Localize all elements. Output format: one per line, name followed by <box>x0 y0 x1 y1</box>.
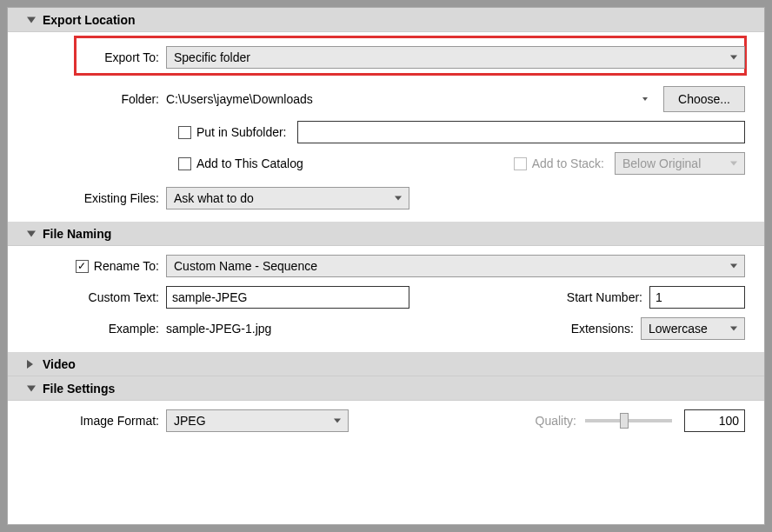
export-to-label: Export To: <box>27 50 166 64</box>
extensions-label: Extensions: <box>571 322 641 336</box>
chevron-right-icon <box>27 360 33 369</box>
export-to-dropdown[interactable]: Specific folder <box>166 46 745 69</box>
put-in-subfolder-label: Put in Subfolder: <box>196 125 287 139</box>
folder-label: Folder: <box>27 92 166 106</box>
add-to-stack-label: Add to Stack: <box>532 156 604 170</box>
extensions-value: Lowercase <box>649 322 708 336</box>
custom-text-label: Custom Text: <box>27 290 166 304</box>
add-to-catalog-label: Add to This Catalog <box>196 156 303 170</box>
chevron-down-icon <box>334 419 341 423</box>
quality-slider[interactable] <box>585 419 672 422</box>
chevron-down-icon <box>27 17 36 23</box>
existing-files-dropdown[interactable]: Ask what to do <box>166 187 409 209</box>
stack-position-dropdown: Below Original <box>615 152 745 175</box>
custom-text-input[interactable]: sample-JPEG <box>166 286 409 309</box>
stack-position-value: Below Original <box>622 156 701 170</box>
image-format-value: JPEG <box>174 414 206 428</box>
example-label: Example: <box>27 322 166 336</box>
section-header-export-location[interactable]: Export Location <box>8 8 764 32</box>
section-header-file-naming[interactable]: File Naming <box>8 222 764 246</box>
folder-path-menu-icon[interactable] <box>642 97 648 101</box>
rename-template-value: Custom Name - Sequence <box>174 259 317 273</box>
chevron-down-icon <box>730 327 737 331</box>
add-to-stack-checkbox <box>514 157 527 170</box>
section-title: File Settings <box>43 382 115 396</box>
existing-files-value: Ask what to do <box>174 191 254 205</box>
start-number-input[interactable]: 1 <box>649 286 745 309</box>
section-title: File Naming <box>43 227 111 241</box>
choose-button[interactable]: Choose... <box>663 86 745 112</box>
subfolder-input[interactable] <box>297 121 745 143</box>
folder-path: C:\Users\jayme\Downloads <box>166 92 642 106</box>
put-in-subfolder-checkbox[interactable] <box>178 126 191 139</box>
section-header-file-settings[interactable]: File Settings <box>8 376 764 401</box>
image-format-label: Image Format: <box>27 414 166 428</box>
rename-to-checkbox[interactable] <box>76 260 89 273</box>
rename-to-label: Rename To: <box>94 259 159 273</box>
existing-files-label: Existing Files: <box>27 191 166 205</box>
chevron-down-icon <box>27 385 36 391</box>
chevron-down-icon <box>395 196 402 201</box>
example-value: sample-JPEG-1.jpg <box>166 322 271 336</box>
add-to-catalog-checkbox[interactable] <box>178 157 191 170</box>
start-number-label: Start Number: <box>567 290 649 304</box>
section-title: Video <box>43 357 76 371</box>
extensions-dropdown[interactable]: Lowercase <box>641 317 745 340</box>
slider-thumb[interactable] <box>620 413 629 429</box>
chevron-down-icon <box>730 162 737 166</box>
chevron-down-icon <box>730 264 737 269</box>
chevron-down-icon <box>27 230 36 236</box>
image-format-dropdown[interactable]: JPEG <box>166 409 349 432</box>
quality-label: Quality: <box>536 414 576 428</box>
section-title: Export Location <box>43 13 136 27</box>
chevron-down-icon <box>730 56 737 60</box>
export-to-value: Specific folder <box>174 50 250 64</box>
rename-template-dropdown[interactable]: Custom Name - Sequence <box>166 255 745 277</box>
section-header-video[interactable]: Video <box>8 352 764 376</box>
quality-input[interactable]: 100 <box>684 409 745 432</box>
